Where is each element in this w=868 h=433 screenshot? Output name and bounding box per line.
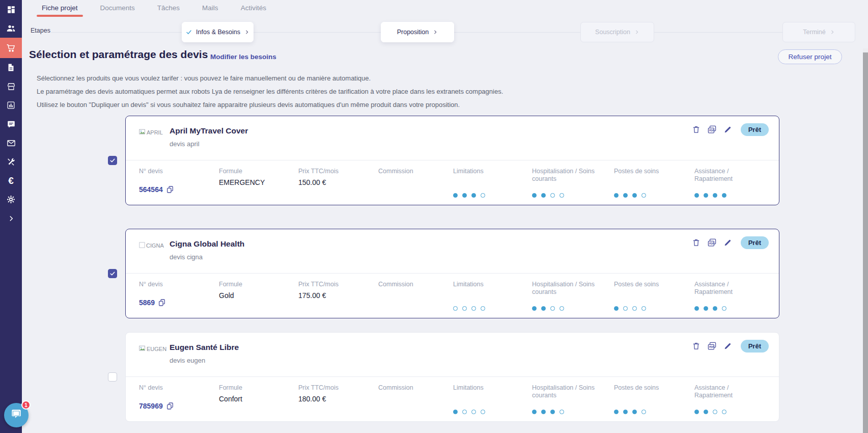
quote-card: APRIL April MyTravel Cover devis april P… xyxy=(125,116,779,205)
quote-card: CIGNA Cigna Global Health devis cigna PD… xyxy=(125,229,779,318)
quote-card: EUGEN Eugen Santé Libre devis eugen PDF … xyxy=(125,332,779,422)
scrollbar-thumb[interactable] xyxy=(863,52,868,433)
sidebar-item-messages[interactable] xyxy=(0,115,22,133)
edit-needs-link[interactable]: Modifier les besoins xyxy=(210,53,276,61)
tab-activites[interactable]: Activités xyxy=(239,2,268,18)
tab-documents[interactable]: Documents xyxy=(98,2,137,18)
broken-image-icon xyxy=(139,128,146,137)
store-icon xyxy=(7,82,16,91)
copy-icon[interactable] xyxy=(158,299,166,307)
project-tabs: Fiche projet Documents Tâches Mails Acti… xyxy=(40,2,268,18)
page-title: Sélection et paramétrage des devis xyxy=(29,48,208,61)
status-badge: Prêt xyxy=(741,236,769,249)
sidebar-item-dashboard[interactable] xyxy=(0,0,22,19)
pdf-duplicate-icon[interactable]: PDF xyxy=(707,125,717,134)
document-icon xyxy=(7,63,15,72)
sidebar-item-tools[interactable] xyxy=(0,152,22,171)
product-title: Cigna Global Health xyxy=(170,239,244,249)
tab-mails[interactable]: Mails xyxy=(200,2,220,18)
empty-box-icon xyxy=(139,241,145,250)
delete-icon[interactable] xyxy=(692,238,701,247)
copy-icon[interactable] xyxy=(166,185,174,194)
product-title: April MyTravel Cover xyxy=(170,126,248,136)
tab-taches[interactable]: Tâches xyxy=(155,2,182,18)
card-select-checkbox[interactable] xyxy=(108,156,117,165)
prix-value: 175.00 € xyxy=(298,291,378,300)
rating-hospitalisation xyxy=(532,193,564,198)
formule-value: Gold xyxy=(219,291,298,300)
rating-assistance xyxy=(694,193,726,198)
euro-icon: € xyxy=(8,175,14,186)
chevron-right-icon xyxy=(8,215,15,222)
devis-number: 564564 xyxy=(139,185,163,194)
pdf-duplicate-icon[interactable]: PDF xyxy=(707,341,717,351)
pdf-duplicate-icon[interactable]: PDF xyxy=(707,238,717,248)
mail-icon xyxy=(7,139,16,148)
logo-alt-text: CIGNA xyxy=(146,242,164,249)
gear-icon xyxy=(6,195,16,204)
rating-limitations xyxy=(453,193,485,198)
rating-postes-de-soins xyxy=(614,306,646,311)
card-select-checkbox[interactable] xyxy=(108,269,117,278)
copy-icon[interactable] xyxy=(166,402,174,410)
formule-value: Confort xyxy=(219,395,298,403)
intro-text: Sélectionnez les produits que vous voule… xyxy=(37,72,503,112)
sidebar-item-mails[interactable] xyxy=(0,133,22,152)
check-icon xyxy=(186,29,192,35)
delete-icon[interactable] xyxy=(692,125,701,134)
sidebar: € xyxy=(0,0,22,433)
edit-pencil-icon[interactable] xyxy=(723,125,732,134)
rating-postes-de-soins xyxy=(614,410,646,414)
chat-launcher[interactable]: 1 xyxy=(4,403,29,427)
svg-text:PDF: PDF xyxy=(709,129,714,132)
product-logo: EUGEN xyxy=(139,344,165,354)
sidebar-item-marketplace[interactable] xyxy=(0,77,22,96)
rating-hospitalisation xyxy=(532,410,564,414)
devis-name: devis april xyxy=(170,140,248,148)
prix-value: 180.00 € xyxy=(298,395,378,403)
step-infos-besoins[interactable]: Infos & Besoins xyxy=(182,22,254,42)
svg-text:PDF: PDF xyxy=(709,346,714,348)
intro-line: Utilisez le bouton "Dupliquer un devis" … xyxy=(37,98,503,112)
chevron-right-icon xyxy=(244,30,249,35)
devis-name: devis eugen xyxy=(170,357,239,364)
sidebar-item-commissions[interactable]: € xyxy=(0,171,22,190)
etapes-label: Etapes xyxy=(31,27,50,34)
edit-pencil-icon[interactable] xyxy=(723,342,732,350)
logo-alt-text: EUGEN xyxy=(147,346,166,352)
sidebar-item-contacts[interactable] xyxy=(0,19,22,38)
sidebar-expand[interactable] xyxy=(0,209,22,228)
svg-text:PDF: PDF xyxy=(709,242,714,245)
rating-limitations xyxy=(453,306,485,311)
status-badge: Prêt xyxy=(741,123,769,136)
edit-pencil-icon[interactable] xyxy=(723,238,732,247)
sidebar-item-stats[interactable] xyxy=(0,96,22,115)
formule-value: EMERGENCY xyxy=(219,178,298,186)
step-termine: Terminé xyxy=(782,22,855,42)
chevron-right-icon xyxy=(433,30,438,35)
status-badge: Prêt xyxy=(741,340,769,353)
dashboard-icon xyxy=(7,5,16,14)
tools-icon xyxy=(7,157,16,167)
chevron-right-icon xyxy=(634,30,639,35)
devis-number: 5869 xyxy=(139,299,155,307)
product-logo: CIGNA xyxy=(139,241,165,250)
step-souscription: Souscription xyxy=(580,22,654,42)
rating-postes-de-soins xyxy=(614,193,646,198)
product-title: Eugen Santé Libre xyxy=(170,343,239,352)
chat-bubble-icon xyxy=(10,408,23,423)
col-header: N° devis xyxy=(139,168,205,175)
step-proposition[interactable]: Proposition xyxy=(381,22,454,42)
refuse-project-button[interactable]: Refuser projet xyxy=(778,49,842,64)
sidebar-item-settings[interactable] xyxy=(0,190,22,209)
tab-fiche-projet[interactable]: Fiche projet xyxy=(40,2,80,18)
intro-line: Le paramétrage des devis automatiques pe… xyxy=(37,85,503,98)
card-select-checkbox[interactable] xyxy=(108,372,117,382)
devis-number: 785969 xyxy=(139,402,163,410)
prix-value: 150.00 € xyxy=(298,178,378,186)
sidebar-item-documents[interactable] xyxy=(0,58,22,77)
cart-icon xyxy=(6,43,16,53)
sidebar-item-projects-cart[interactable] xyxy=(0,38,22,58)
delete-icon[interactable] xyxy=(692,342,701,350)
chat-icon xyxy=(7,120,16,129)
